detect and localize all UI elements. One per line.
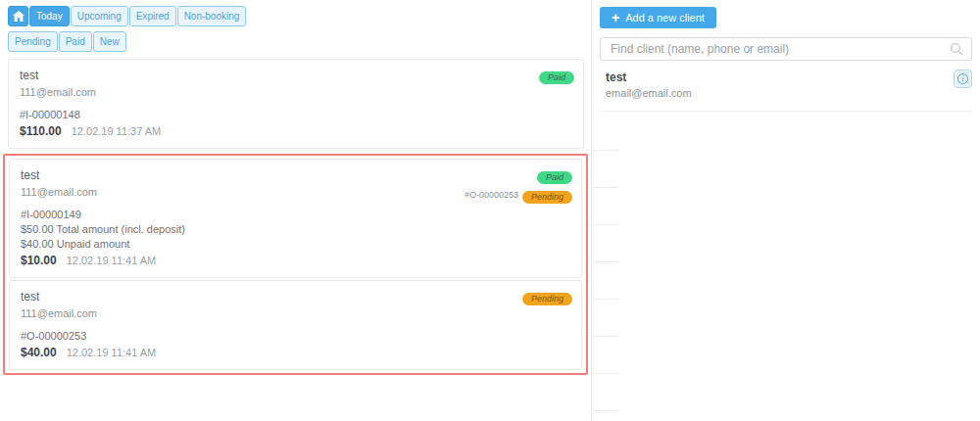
row-separator — [593, 299, 618, 300]
search-icon — [950, 42, 963, 56]
amount-row: $10.00 12.02.19 11:41 AM — [21, 254, 570, 267]
booking-card[interactable]: test 111@email.com #I-00000148 $110.00 1… — [8, 59, 584, 149]
booking-list: test 111@email.com #I-00000148 $110.00 1… — [0, 57, 591, 375]
tab-expired[interactable]: Expired — [129, 6, 176, 26]
info-icon: i — [957, 73, 968, 84]
client-search — [600, 37, 972, 61]
filter-paid[interactable]: Paid — [59, 31, 92, 52]
row-separator — [593, 410, 618, 411]
client-list-item[interactable]: test email@email.com i — [600, 61, 972, 112]
datetime: 12.02.19 11:41 AM — [67, 255, 157, 266]
amount-row: $110.00 12.02.19 11:37 AM — [20, 124, 572, 138]
filter-pending[interactable]: Pending — [8, 31, 58, 52]
row-separator — [593, 150, 618, 151]
row-separator — [593, 336, 618, 337]
filter-new[interactable]: New — [93, 31, 126, 52]
invoice-ref: #I-00000149 — [21, 209, 570, 220]
invoice-ref: #I-00000148 — [20, 109, 572, 120]
row-separator — [593, 261, 618, 262]
datetime: 12.02.19 11:41 AM — [67, 347, 157, 358]
amount: $40.00 — [21, 346, 57, 359]
client-email: 111@email.com — [20, 86, 572, 98]
unpaid-amount-line: $40.00 Unpaid amount — [21, 238, 570, 250]
client-name: test — [606, 70, 943, 84]
badge-column: Paid — [539, 67, 574, 86]
client-email: email@email.com — [606, 87, 943, 99]
tabs-row: Today Upcoming Expired Non-booking — [8, 6, 583, 26]
status-badge-pending: Pending — [522, 293, 572, 305]
datetime: 12.02.19 11:37 AM — [72, 125, 162, 137]
client-name: test — [20, 69, 572, 82]
tab-non-booking[interactable]: Non-booking — [177, 6, 247, 26]
amount: $10.00 — [21, 254, 57, 267]
bookings-panel: Today Upcoming Expired Non-booking Pendi… — [0, 0, 592, 421]
client-name: test — [21, 290, 570, 304]
linked-order-ref: #O-00000253 — [465, 190, 518, 200]
client-search-input[interactable] — [600, 37, 972, 61]
row-separator — [593, 187, 618, 188]
toolbar: Today Upcoming Expired Non-booking Pendi… — [0, 0, 591, 52]
status-badge-paid: Paid — [539, 71, 574, 84]
home-button[interactable] — [8, 6, 28, 26]
amount-row: $40.00 12.02.19 11:41 AM — [21, 346, 570, 359]
home-icon — [13, 11, 24, 22]
status-badge-pending: Pending — [522, 191, 572, 204]
booking-card[interactable]: test 111@email.com #O-00000253 $40.00 12… — [9, 280, 582, 370]
total-amount-line: $50.00 Total amount (incl. deposit) — [21, 223, 570, 235]
tab-upcoming[interactable]: Upcoming — [71, 6, 128, 26]
add-new-client-button[interactable]: + Add a new client — [600, 7, 716, 28]
booking-card[interactable]: test 111@email.com #I-00000149 $50.00 To… — [9, 159, 582, 278]
client-info-button[interactable]: i — [954, 70, 972, 88]
filters-row: Pending Paid New — [8, 31, 583, 52]
amount: $110.00 — [20, 124, 62, 138]
order-ref: #O-00000253 — [21, 330, 570, 342]
status-badge-paid: Paid — [537, 171, 572, 184]
clients-panel: + Add a new client test email@email.com … — [600, 0, 972, 421]
tab-today[interactable]: Today — [29, 6, 70, 26]
plus-icon: + — [612, 11, 619, 24]
badge-column: Pending — [522, 288, 572, 307]
badge-column: Paid #O-00000253Pending — [465, 166, 572, 206]
row-separator — [593, 373, 618, 374]
add-new-client-label: Add a new client — [625, 12, 705, 23]
row-separator — [593, 224, 618, 225]
linked-bookings-alert-group: test 111@email.com #I-00000149 $50.00 To… — [3, 154, 588, 375]
client-email: 111@email.com — [21, 307, 570, 319]
